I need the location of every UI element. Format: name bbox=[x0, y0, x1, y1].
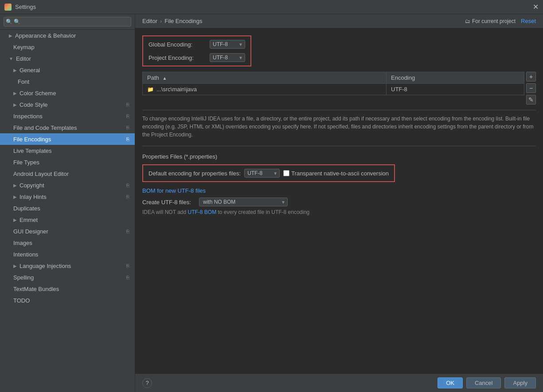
sidebar-item-copyright[interactable]: ▶ Copyright ⎘ bbox=[0, 179, 135, 191]
sidebar-item-label: File Types bbox=[13, 159, 39, 166]
path-value: ...\src\main\java bbox=[156, 86, 197, 93]
sidebar-item-inspections[interactable]: Inspections ⎘ bbox=[0, 110, 135, 122]
search-icon: 🔍 bbox=[6, 19, 12, 25]
project-encoding-select[interactable]: UTF-8 bbox=[210, 53, 245, 62]
project-encoding-row: Project Encoding: UTF-8 ▼ bbox=[148, 53, 245, 62]
sidebar-item-spelling[interactable]: Spelling ⎘ bbox=[0, 272, 135, 283]
sidebar-item-label: Emmet bbox=[20, 217, 38, 223]
add-path-button[interactable]: + bbox=[526, 72, 536, 82]
expand-arrow-icon: ▶ bbox=[13, 183, 17, 188]
sort-arrow-icon: ▲ bbox=[162, 76, 167, 81]
encoding-table: Path ▲ Encoding 📁 bbox=[142, 72, 524, 95]
create-utf8-label: Create UTF-8 files: bbox=[142, 199, 195, 206]
sidebar-item-inlay-hints[interactable]: ▶ Inlay Hints ⎘ bbox=[0, 191, 135, 202]
copy-icon: ⎘ bbox=[124, 136, 131, 142]
help-button[interactable]: ? bbox=[142, 378, 152, 388]
properties-encoding-group: Default encoding for properties files: U… bbox=[142, 164, 395, 182]
cancel-button[interactable]: Cancel bbox=[466, 377, 501, 388]
sidebar-item-file-encodings[interactable]: File Encodings ⎘ bbox=[0, 133, 135, 145]
sidebar-item-label: Appearance & Behavior bbox=[15, 32, 76, 39]
sidebar-item-label: Android Layout Editor bbox=[13, 171, 69, 177]
sidebar-item-label: Spelling bbox=[13, 274, 34, 281]
table-row[interactable]: 📁 ...\src\main\java UTF-8 bbox=[143, 84, 524, 95]
sidebar-item-label: Images bbox=[13, 240, 32, 246]
for-current-project-button[interactable]: 🗂 For current project bbox=[465, 18, 516, 24]
sidebar-item-label: Language Injections bbox=[20, 263, 71, 269]
bom-note-pre: IDEA will NOT add bbox=[142, 209, 188, 215]
sidebar-item-file-code-templates[interactable]: File and Code Templates ⎘ bbox=[0, 122, 135, 133]
right-panel: Editor › File Encodings 🗂 For current pr… bbox=[135, 14, 543, 392]
breadcrumb: Editor › File Encodings bbox=[142, 18, 203, 24]
copy-icon: ⎘ bbox=[124, 125, 131, 130]
encoding-table-main: Path ▲ Encoding 📁 bbox=[142, 72, 524, 105]
sidebar-item-font[interactable]: Font bbox=[0, 76, 135, 87]
bom-row: Create UTF-8 files: with NO BOM with BOM… bbox=[142, 198, 536, 206]
sidebar-item-duplicates[interactable]: Duplicates bbox=[0, 202, 135, 214]
bom-section: BOM for new UTF-8 files Create UTF-8 fil… bbox=[142, 187, 536, 215]
breadcrumb-parent: Editor bbox=[142, 18, 157, 24]
expand-arrow-icon: ▶ bbox=[13, 91, 17, 96]
expand-arrow-icon: ▼ bbox=[9, 56, 13, 61]
sidebar-item-images[interactable]: Images bbox=[0, 237, 135, 248]
expand-arrow-icon: ▶ bbox=[13, 68, 17, 73]
close-button[interactable]: ✕ bbox=[532, 4, 539, 10]
title-bar-left: Settings bbox=[4, 4, 36, 11]
bom-select[interactable]: with NO BOM with BOM bbox=[199, 198, 288, 206]
transparent-conversion-wrapper: Transparent native-to-ascii conversion bbox=[283, 170, 389, 177]
remove-path-button[interactable]: − bbox=[526, 83, 536, 93]
sidebar-item-live-templates[interactable]: Live Templates bbox=[0, 145, 135, 156]
sidebar-item-label: General bbox=[20, 67, 40, 74]
sidebar-item-general[interactable]: ▶ General bbox=[0, 64, 135, 76]
sidebar-item-language-injections[interactable]: ▶ Language Injections ⎘ bbox=[0, 260, 135, 272]
global-project-encoding-section: Global Encoding: UTF-8 ▼ Project Encodin… bbox=[142, 35, 251, 66]
sidebar-item-emmet[interactable]: ▶ Emmet bbox=[0, 214, 135, 225]
global-encoding-select[interactable]: UTF-8 bbox=[210, 40, 245, 49]
path-column-header: Path ▲ bbox=[143, 72, 387, 84]
sidebar-item-label: Inlay Hints bbox=[20, 194, 47, 200]
panel-actions: 🗂 For current project Reset bbox=[465, 18, 536, 24]
global-encoding-row: Global Encoding: UTF-8 ▼ bbox=[148, 40, 245, 49]
sidebar-item-android-layout[interactable]: Android Layout Editor bbox=[0, 168, 135, 179]
sidebar-item-textmate-bundles[interactable]: TextMate Bundles bbox=[0, 283, 135, 295]
title-bar: Settings ✕ bbox=[0, 0, 543, 14]
properties-section-title: Properties Files (*.properties) bbox=[142, 151, 536, 160]
sidebar-item-label: TextMate Bundles bbox=[13, 286, 59, 292]
expand-arrow-icon: ▶ bbox=[13, 194, 17, 199]
path-cell: 📁 ...\src\main\java bbox=[143, 84, 387, 95]
sidebar-scroll: ▶ Appearance & Behavior Keymap ▼ Editor … bbox=[0, 30, 135, 392]
panel-body: Global Encoding: UTF-8 ▼ Project Encodin… bbox=[135, 28, 543, 373]
properties-section: Properties Files (*.properties) Default … bbox=[142, 146, 536, 182]
copy-icon: ⎘ bbox=[124, 194, 131, 199]
sidebar-item-color-scheme[interactable]: ▶ Color Scheme bbox=[0, 87, 135, 99]
properties-encoding-select[interactable]: UTF-8 bbox=[244, 169, 280, 178]
breadcrumb-current: File Encodings bbox=[164, 18, 202, 24]
bom-note-highlight: UTF-8 BOM bbox=[188, 209, 216, 215]
sidebar-item-file-types[interactable]: File Types bbox=[0, 156, 135, 168]
search-box: 🔍 bbox=[0, 14, 135, 30]
sidebar-item-appearance[interactable]: ▶ Appearance & Behavior bbox=[0, 30, 135, 41]
footer-left: ? bbox=[142, 378, 152, 388]
expand-arrow-icon: ▶ bbox=[9, 33, 12, 38]
search-input[interactable] bbox=[4, 17, 131, 27]
sidebar: 🔍 ▶ Appearance & Behavior Keymap ▼ Edito… bbox=[0, 14, 135, 392]
sidebar-item-code-style[interactable]: ▶ Code Style ⎘ bbox=[0, 99, 135, 110]
search-wrapper: 🔍 bbox=[4, 17, 131, 27]
reset-button[interactable]: Reset bbox=[521, 18, 536, 24]
folder-icon: 📁 bbox=[147, 86, 154, 93]
footer: ? OK Cancel Apply bbox=[135, 373, 543, 392]
transparent-conversion-checkbox[interactable] bbox=[283, 170, 289, 176]
sidebar-item-keymap[interactable]: Keymap bbox=[0, 41, 135, 53]
apply-button[interactable]: Apply bbox=[504, 377, 536, 388]
sidebar-item-label: Inspections bbox=[13, 113, 43, 120]
expand-arrow-icon: ▶ bbox=[13, 102, 17, 107]
global-encoding-select-wrapper: UTF-8 ▼ bbox=[210, 40, 245, 49]
sidebar-item-intentions[interactable]: Intentions bbox=[0, 248, 135, 260]
copy-icon: ⎘ bbox=[124, 102, 131, 107]
ok-button[interactable]: OK bbox=[438, 377, 463, 388]
for-project-label: For current project bbox=[472, 18, 516, 24]
edit-path-button[interactable]: ✎ bbox=[526, 95, 536, 105]
sidebar-item-gui-designer[interactable]: GUI Designer ⎘ bbox=[0, 225, 135, 237]
sidebar-item-label: File Encodings bbox=[13, 136, 51, 143]
sidebar-item-todo[interactable]: TODO bbox=[0, 295, 135, 306]
sidebar-item-editor[interactable]: ▼ Editor bbox=[0, 53, 135, 64]
